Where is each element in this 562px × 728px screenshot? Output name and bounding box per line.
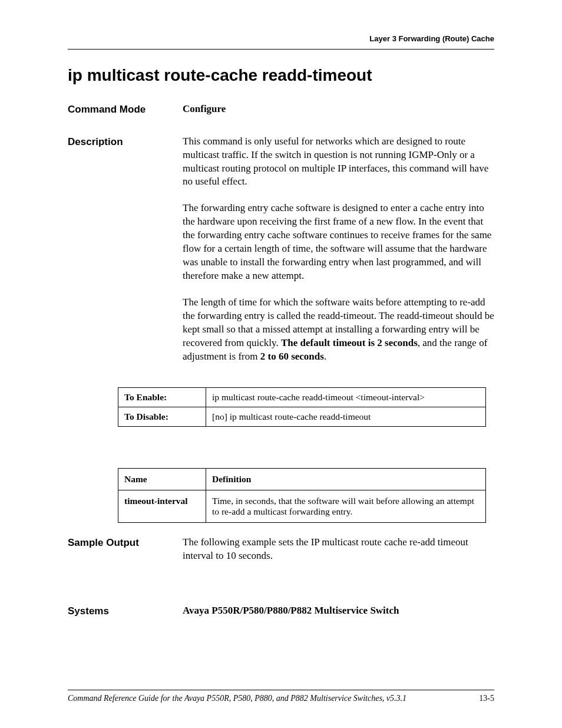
description-paragraph-3: The length of time for which the softwar… — [183, 296, 494, 364]
label-sample-output: Sample Output — [68, 536, 183, 551]
section-systems: Systems Avaya P550R/P580/P880/P882 Multi… — [68, 604, 494, 619]
description-p3-fragment-b: The default timeout is 2 seconds — [281, 337, 418, 348]
disable-key-text: To Disable: — [124, 411, 168, 421]
running-header: Layer 3 Forwarding (Route) Cache — [68, 34, 494, 43]
table-row: To Enable: ip multicast route-cache read… — [118, 387, 486, 407]
description-paragraph-2: The forwarding entry cache software is d… — [183, 202, 494, 283]
description-body: This command is only useful for networks… — [183, 135, 494, 364]
page-footer: Command Reference Guide for the Avaya P5… — [68, 690, 494, 703]
definition-header-definition: Definition — [206, 468, 486, 490]
page-title: ip multicast route-cache readd-timeout — [68, 66, 494, 85]
section-description: Description This command is only useful … — [68, 135, 494, 364]
table-row: To Disable: [no] ip multicast route-cach… — [118, 407, 486, 426]
table-row: timeout-interval Time, in seconds, that … — [118, 490, 486, 522]
description-p3-fragment-e: . — [324, 351, 326, 362]
label-description: Description — [68, 135, 183, 150]
definition-header-name: Name — [118, 468, 206, 490]
enable-disable-table: To Enable: ip multicast route-cache read… — [118, 387, 486, 427]
command-mode-value: Configure — [183, 103, 226, 114]
description-paragraph-1: This command is only useful for networks… — [183, 135, 494, 189]
enable-value: ip multicast route-cache readd-timeout <… — [206, 387, 486, 407]
page-container: Layer 3 Forwarding (Route) Cache ip mult… — [0, 0, 562, 728]
definition-name: timeout-interval — [118, 490, 206, 522]
footer-text: Command Reference Guide for the Avaya P5… — [68, 694, 406, 703]
header-rule — [68, 49, 494, 50]
enable-key: To Enable: — [118, 387, 206, 407]
page-number: 13-5 — [479, 694, 494, 703]
label-systems: Systems — [68, 604, 183, 619]
sample-output-body: The following example sets the IP multic… — [183, 536, 494, 563]
description-p3-fragment-d: 2 to 60 seconds — [260, 351, 324, 362]
definition-table: Name Definition timeout-interval Time, i… — [118, 468, 486, 523]
table-header-row: Name Definition — [118, 468, 486, 490]
disable-key: To Disable: — [118, 407, 206, 426]
definition-text: Time, in seconds, that the software will… — [206, 490, 486, 522]
systems-value: Avaya P550R/P580/P880/P882 Multiservice … — [183, 605, 399, 616]
section-sample-output: Sample Output The following example sets… — [68, 536, 494, 563]
footer-rule — [68, 690, 494, 690]
sample-output-text: The following example sets the IP multic… — [183, 536, 494, 563]
disable-value: [no] ip multicast route-cache readd-time… — [206, 407, 486, 426]
section-command-mode: Command Mode Configure — [68, 103, 494, 117]
label-command-mode: Command Mode — [68, 103, 183, 117]
